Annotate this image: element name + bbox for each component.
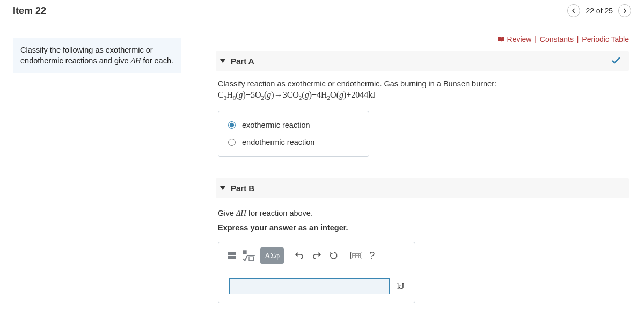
part-b-instruction: Express your answer as an integer. <box>218 223 627 232</box>
option-exothermic[interactable]: exothermic reaction <box>218 116 369 134</box>
book-icon <box>497 35 505 41</box>
chevron-left-icon <box>571 8 576 13</box>
caret-down-icon <box>220 59 225 63</box>
item-position: 22 of 25 <box>586 6 613 15</box>
part-a-options: exothermic reaction endothermic reaction <box>218 111 369 157</box>
option-endothermic-label: endothermic reaction <box>242 138 314 147</box>
radio-endothermic[interactable] <box>228 139 236 146</box>
undo-button[interactable] <box>292 247 306 264</box>
undo-icon <box>295 251 304 260</box>
math-symbols-button[interactable] <box>241 247 257 264</box>
greek-button[interactable]: ΑΣφ <box>260 247 284 264</box>
resource-links: Review | Constants | Periodic Table <box>216 35 629 43</box>
svg-rect-0 <box>243 251 247 255</box>
option-exothermic-label: exothermic reaction <box>242 121 310 129</box>
svg-rect-1 <box>249 257 254 261</box>
sqrt-icon <box>242 250 256 261</box>
keyboard-button[interactable] <box>349 247 363 264</box>
part-b-header[interactable]: Part B <box>216 178 629 198</box>
help-button[interactable]: ? <box>367 247 377 264</box>
keyboard-icon <box>350 252 362 259</box>
review-link[interactable]: Review <box>507 35 532 43</box>
check-icon <box>612 57 620 65</box>
unit-label: kJ <box>397 282 404 291</box>
caret-down-icon <box>220 186 225 190</box>
instruction-delta-h: ΔH <box>131 56 141 65</box>
chevron-right-icon <box>622 8 627 13</box>
page-header: Item 22 22 of 25 <box>0 0 644 25</box>
instruction-box: Classify the following as exothermic or … <box>13 38 181 73</box>
redo-button[interactable] <box>310 247 324 264</box>
part-a-equation: C3H8(g)+5O2(g)→3CO2(g)+4H2O(g)+2044kJ <box>218 90 627 101</box>
part-a-header[interactable]: Part A <box>216 51 629 71</box>
equation-toolbar: ΑΣφ <box>218 242 415 269</box>
next-item-button[interactable] <box>618 4 631 17</box>
constants-link[interactable]: Constants <box>540 35 574 43</box>
reset-button[interactable] <box>327 247 341 264</box>
content-column: Review | Constants | Periodic Table Part… <box>194 25 644 328</box>
part-a: Part A Classify reaction as exothermic o… <box>216 51 629 157</box>
redo-icon <box>312 251 321 260</box>
item-title: Item 22 <box>13 5 46 17</box>
answer-box: ΑΣφ <box>218 242 415 303</box>
option-endothermic[interactable]: endothermic reaction <box>218 134 369 151</box>
part-b: Part B Give ΔH for reaction above. Expre… <box>216 178 629 303</box>
instruction-text-suffix: for each. <box>141 56 173 65</box>
prev-item-button[interactable] <box>567 4 580 17</box>
part-b-title: Part B <box>231 184 254 193</box>
part-b-prompt: Give ΔH for reaction above. <box>218 209 627 218</box>
periodic-table-link[interactable]: Periodic Table <box>582 35 629 43</box>
instruction-column: Classify the following as exothermic or … <box>0 25 194 328</box>
item-nav: 22 of 25 <box>567 4 631 17</box>
radio-exothermic[interactable] <box>228 121 236 129</box>
part-a-title: Part A <box>231 56 254 65</box>
part-a-prompt: Classify reaction as exothermic or endot… <box>218 78 627 89</box>
templates-button[interactable] <box>226 247 238 264</box>
answer-input[interactable] <box>229 278 390 294</box>
reset-icon <box>330 251 338 260</box>
